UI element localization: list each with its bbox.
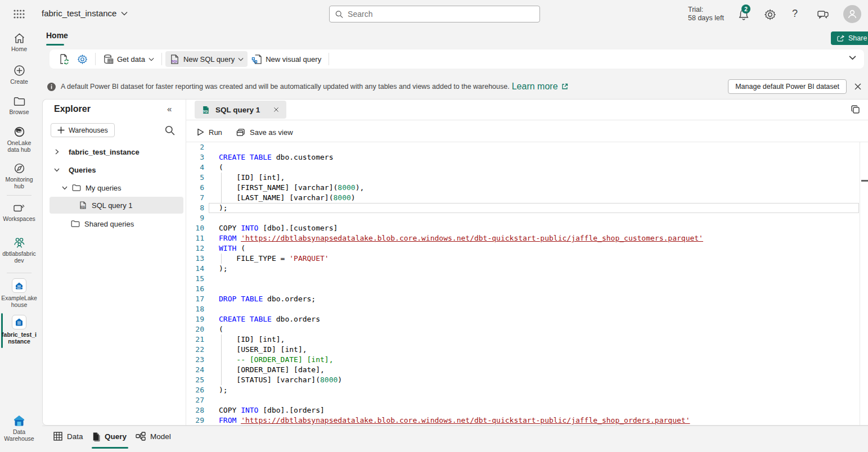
code-line[interactable] (186, 284, 860, 294)
tab-close-icon[interactable] (273, 106, 280, 113)
code-line[interactable] (186, 213, 860, 223)
tab-home[interactable]: Home (46, 31, 68, 40)
code-line[interactable]: CREATE TABLE dbo.customers (186, 152, 860, 162)
code-line[interactable]: FROM 'https://dbtlabsynapsedatalake.blob… (186, 233, 860, 243)
sidebar-item-workspaces[interactable]: Workspaces (0, 202, 38, 222)
global-search[interactable] (329, 6, 540, 22)
code-line[interactable]: WITH ( (186, 243, 860, 254)
sidebar-item-onelake-data-hub[interactable]: OneLake data hub (0, 126, 38, 153)
tree-item-fabric-test-instance[interactable]: fabric_test_instance (50, 143, 183, 160)
banner-close-icon[interactable] (852, 81, 863, 92)
code-line[interactable] (186, 395, 860, 405)
code-token: INTO (241, 224, 258, 232)
explorer-search-icon[interactable] (165, 125, 175, 135)
new-sql-query-button[interactable]: SQL New SQL query (165, 51, 248, 67)
share-button[interactable]: Share (831, 31, 868, 45)
code-token: COPY (219, 224, 241, 232)
copy-icon[interactable] (851, 105, 861, 115)
warehouse-icon (12, 315, 26, 329)
sql-file-icon: SQL (169, 54, 180, 65)
code-line[interactable]: ( (186, 162, 860, 173)
code-line[interactable]: FILE_TYPE = 'PARQUET' (186, 254, 860, 264)
code-token: dbo.orders; (263, 295, 316, 303)
add-warehouses-button[interactable]: Warehouses (51, 123, 115, 137)
svg-text:SQL: SQL (80, 206, 86, 209)
code-line[interactable] (186, 142, 860, 152)
tab-data[interactable]: Data (53, 432, 83, 441)
new-sql-query-label: New SQL query (183, 55, 235, 64)
tab-query[interactable]: Query (92, 432, 127, 441)
code-line[interactable]: ); (186, 203, 860, 213)
code-line[interactable]: FROM 'https://dbtlabsynapsedatalake.blob… (186, 415, 860, 425)
code-line[interactable]: [ID] [int], (186, 335, 860, 345)
get-data-button[interactable]: Get data (99, 51, 158, 67)
code-token: 'PARQUET' (289, 254, 329, 263)
code-token: [STATUS] [varchar]( (219, 376, 320, 384)
model-icon (136, 432, 146, 441)
code-token: dbo.customers (272, 153, 334, 161)
ribbon-collapse-chevron-icon[interactable] (849, 55, 856, 60)
share-icon (836, 34, 845, 42)
help-icon[interactable]: ? (792, 8, 798, 20)
onelake-icon (14, 126, 25, 138)
avatar[interactable] (843, 5, 861, 23)
sidebar-item-create[interactable]: Create (0, 65, 38, 85)
tree-item-sql-query-1[interactable]: SQL SQL query 1 (50, 197, 183, 214)
learn-more-link[interactable]: Learn more (512, 82, 558, 92)
settings-icon[interactable] (764, 8, 776, 21)
tree-item-my-queries[interactable]: My queries (50, 179, 183, 196)
code-line[interactable]: [ORDER_DATE] [date], (186, 365, 860, 375)
code-line[interactable] (186, 274, 860, 284)
settings-ribbon-button[interactable] (73, 51, 92, 67)
code-line[interactable]: [FIRST_NAME] [varchar](8000), (186, 183, 860, 193)
code-line[interactable]: ); (186, 385, 860, 395)
feedback-icon[interactable] (817, 8, 829, 21)
sql-code-editor[interactable]: 2345678910111213141516171819202122232425… (186, 142, 860, 425)
code-line[interactable]: CREATE TABLE dbo.orders (186, 314, 860, 324)
new-visual-query-button[interactable]: New visual query (248, 51, 325, 67)
code-token: FROM (219, 234, 236, 242)
app-launcher-icon[interactable] (14, 9, 25, 19)
code-line[interactable]: ( (186, 324, 860, 335)
explorer-collapse-icon[interactable]: « (167, 104, 172, 114)
workspace-switcher[interactable]: fabric_test_instance (42, 8, 128, 18)
tree-item-queries[interactable]: Queries (50, 161, 183, 178)
code-line[interactable]: COPY INTO [dbo].[orders] (186, 405, 860, 415)
code-line[interactable] (186, 304, 860, 314)
sidebar-item-browse[interactable]: Browse (0, 96, 38, 115)
code-token: ); (219, 204, 228, 212)
tree-item-shared-queries[interactable]: Shared queries (50, 215, 183, 232)
save-as-view-button[interactable]: Save as view (233, 124, 296, 140)
sidebar-item-data-warehouse[interactable]: Data Warehouse (0, 414, 38, 442)
editor-scrollbar-mark[interactable] (861, 180, 868, 182)
tree-item-label: Shared queries (84, 220, 134, 228)
code-token: ( (219, 163, 223, 171)
workspaces-icon (13, 202, 25, 214)
code-token: ) (338, 376, 342, 384)
code-line[interactable]: [STATUS] [varchar](8000) (186, 375, 860, 385)
code-token: ); (219, 264, 228, 273)
sidebar-item-fabric-test-instance[interactable]: fabric_test_instance (0, 315, 38, 345)
folder-icon (14, 96, 25, 107)
code-line[interactable]: [USER_ID] [int], (186, 345, 860, 355)
query-tab-title: SQL query 1 (215, 106, 260, 114)
query-tab[interactable]: SQL SQL query 1 (195, 101, 286, 119)
sidebar-item-dbtlabsfabricdev[interactable]: dbtlabsfabricdev (0, 237, 38, 264)
code-line[interactable]: [ID] [int], (186, 173, 860, 183)
code-line[interactable]: -- [ORDER_DATE] [int], (186, 355, 860, 365)
sidebar-item-monitoring-hub[interactable]: Monitoring hub (0, 162, 38, 189)
code-line[interactable]: COPY INTO [dbo].[customers] (186, 223, 860, 233)
code-line[interactable]: DROP TABLE dbo.orders; (186, 294, 860, 304)
new-visual-query-label: New visual query (266, 55, 321, 64)
run-button[interactable]: Run (194, 124, 226, 140)
grid-icon (53, 432, 62, 441)
sidebar-item-home[interactable]: Home (0, 33, 38, 52)
tab-model[interactable]: Model (136, 432, 171, 441)
sidebar-item-examplelakehouse[interactable]: ExampleLakehouse (0, 278, 38, 308)
editor-scrollbar-track[interactable] (860, 142, 860, 425)
search-input[interactable] (348, 10, 534, 19)
manage-dataset-button[interactable]: Manage default Power BI dataset (728, 79, 847, 94)
code-line[interactable]: [LAST_NAME] [varchar](8000) (186, 193, 860, 203)
refresh-query-button[interactable] (54, 51, 73, 67)
code-line[interactable]: ); (186, 264, 860, 274)
